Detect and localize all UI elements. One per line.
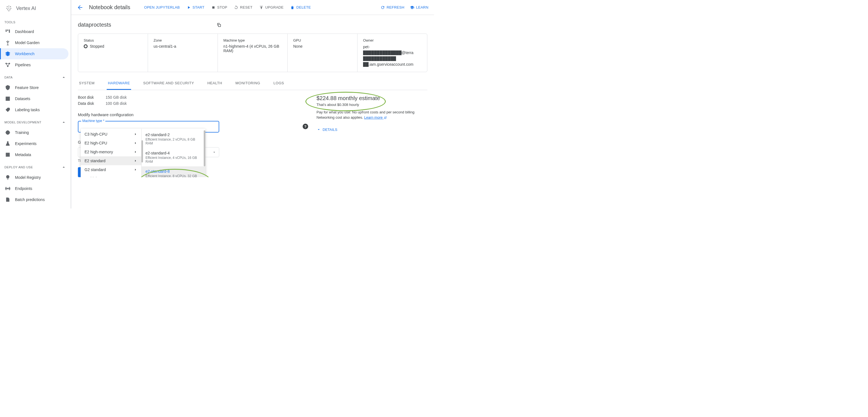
svg-rect-22 — [212, 6, 215, 8]
status-label: Status — [84, 38, 142, 42]
tab-software-and-security[interactable]: SOFTWARE AND SECURITY — [142, 77, 195, 90]
sidebar-item-label: Pipelines — [15, 63, 31, 67]
copy-button[interactable] — [216, 23, 221, 27]
sidebar-item-label: Labeling tasks — [15, 108, 40, 112]
nav-section-data[interactable]: DATA — [0, 70, 71, 82]
sidebar-item-label: Datasets — [15, 96, 30, 101]
tab-logs[interactable]: LOGS — [272, 77, 285, 90]
back-button[interactable] — [77, 4, 84, 11]
sidebar-item-pipelines[interactable]: Pipelines — [0, 59, 68, 70]
delete-button[interactable]: DELETE — [290, 5, 311, 10]
chevron-right-icon — [133, 132, 137, 136]
datasets-icon — [5, 96, 10, 101]
tab-system[interactable]: SYSTEM — [78, 77, 96, 90]
cost-note-1: Pay for what you use: No upfront costs a… — [316, 110, 427, 114]
svg-point-5 — [10, 8, 11, 9]
machine-option-e2-standard-2[interactable]: e2-standard-2Efficient Instance, 2 vCPUs… — [142, 130, 205, 148]
sidebar-item-workbench[interactable]: Workbench — [0, 48, 68, 59]
sidebar-item-model-garden[interactable]: Model Garden — [0, 37, 68, 48]
sidebar-item-label: Dashboard — [15, 29, 34, 34]
sidebar-item-feature-store[interactable]: Feature Store — [0, 82, 68, 93]
svg-point-4 — [8, 8, 9, 8]
help-icon[interactable]: ? — [303, 124, 308, 129]
machine-type-dropdown: C3 high-CPUE2 high-CPUE2 high-memoryE2 s… — [81, 129, 205, 177]
open-jupyterlab-button[interactable]: OPEN JUPYTERLAB — [144, 5, 180, 9]
nav-section-deploy-and-use[interactable]: DEPLOY AND USE — [0, 160, 71, 172]
details-toggle[interactable]: DETAILS — [316, 127, 427, 132]
chevron-right-icon — [133, 177, 137, 177]
sidebar-item-label: Endpoints — [15, 186, 32, 191]
sidebar-item-training[interactable]: Training — [0, 127, 68, 138]
chevron-right-icon — [133, 150, 137, 154]
data-disk-label: Data disk — [78, 101, 97, 106]
machine-option-e2-standard-4[interactable]: e2-standard-4Efficient Instance, 4 vCPUs… — [142, 148, 205, 166]
sidebar-item-endpoints[interactable]: Endpoints — [0, 183, 68, 194]
refresh-button[interactable]: REFRESH — [380, 5, 404, 10]
tab-monitoring[interactable]: MONITORING — [235, 77, 261, 90]
sidebar-item-batch-predictions[interactable]: Batch predictions — [0, 194, 68, 205]
svg-point-6 — [7, 9, 8, 10]
svg-rect-11 — [9, 30, 10, 33]
svg-point-2 — [10, 6, 11, 7]
nav-section-tools: TOOLS — [0, 16, 71, 26]
svg-point-12 — [6, 63, 7, 64]
reset-icon — [234, 5, 238, 10]
machine-value: n1-highmem-4 (4 vCPUs, 26 GB RAM) — [223, 44, 282, 53]
pipelines-icon — [5, 62, 10, 68]
sidebar-item-label: Model Registry — [15, 175, 41, 180]
chevron-right-icon — [133, 159, 137, 163]
training-icon — [5, 130, 10, 135]
learn-more-link[interactable]: Learn more — [364, 115, 387, 119]
sidebar-item-datasets[interactable]: Datasets — [0, 93, 68, 104]
start-button[interactable]: START — [187, 5, 205, 10]
sidebar-item-label: Metadata — [15, 152, 31, 157]
labeling-icon — [5, 107, 10, 113]
reset-button[interactable]: RESET — [234, 5, 252, 10]
sidebar-item-labeling-tasks[interactable]: Labeling tasks — [0, 104, 68, 115]
learn-button[interactable]: LEARN — [410, 5, 429, 10]
sidebar-item-model-registry[interactable]: Model Registry — [0, 172, 68, 183]
nav-section-model-development[interactable]: MODEL DEVELOPMENT — [0, 115, 71, 127]
svg-point-14 — [7, 66, 8, 66]
sidebar-item-metadata[interactable]: Metadata — [0, 149, 68, 160]
machine-label: Machine type — [223, 38, 282, 42]
experiments-icon — [5, 141, 10, 146]
machine-category-e2-standard[interactable]: E2 standard — [81, 156, 141, 165]
cost-note-2: Networking cost also applies. Learn more — [316, 115, 427, 119]
svg-point-3 — [7, 8, 7, 9]
refresh-icon — [380, 5, 385, 10]
sidebar-item-experiments[interactable]: Experiments — [0, 138, 68, 149]
machine-category-g2-standard[interactable]: G2 standard — [81, 165, 141, 174]
svg-point-1 — [8, 6, 9, 7]
stopped-icon — [84, 44, 88, 48]
trash-icon — [290, 5, 294, 10]
page-title: Notebook details — [89, 4, 130, 10]
monthly-estimate: $224.88 monthly estimate — [316, 95, 427, 101]
status-value: Stopped — [84, 44, 142, 49]
svg-point-16 — [8, 109, 9, 109]
upgrade-button[interactable]: UPGRADE — [259, 5, 283, 10]
svg-rect-9 — [6, 30, 7, 32]
stop-button[interactable]: STOP — [211, 5, 227, 10]
tab-hardware[interactable]: HARDWARE — [107, 77, 131, 90]
machine-type-legend: Machine type * — [81, 119, 105, 123]
sidebar-item-dashboard[interactable]: Dashboard — [0, 26, 68, 37]
scrollbar[interactable] — [204, 130, 205, 166]
svg-point-0 — [7, 6, 8, 7]
zone-value: us-central1-a — [154, 44, 212, 49]
machine-category-n1-high-cpu[interactable]: N1 high-CPU — [81, 174, 141, 177]
sidebar-item-label: Model Garden — [15, 40, 40, 45]
machine-category-e2-high-memory[interactable]: E2 high-memory — [81, 148, 141, 156]
svg-point-21 — [7, 188, 8, 189]
modify-hardware-title: Modify hardware configuration — [78, 112, 300, 117]
owner-value: pet- ██████████████@terra ████████████ █… — [363, 44, 422, 67]
sidebar-item-label: Batch predictions — [15, 198, 44, 202]
gpu-value: None — [293, 44, 352, 49]
machine-option-e2-standard-8[interactable]: e2-standard-8Efficient Instance, 8 vCPUs… — [142, 166, 205, 177]
machine-category-e2-high-cpu[interactable]: E2 high-CPU — [81, 139, 141, 148]
boot-disk-value: 150 GB disk — [105, 95, 127, 99]
owner-label: Owner — [363, 38, 422, 42]
machine-category-c3-high-cpu[interactable]: C3 high-CPU — [81, 130, 141, 139]
tab-health[interactable]: HEALTH — [206, 77, 223, 90]
endpoints-icon — [5, 186, 10, 191]
